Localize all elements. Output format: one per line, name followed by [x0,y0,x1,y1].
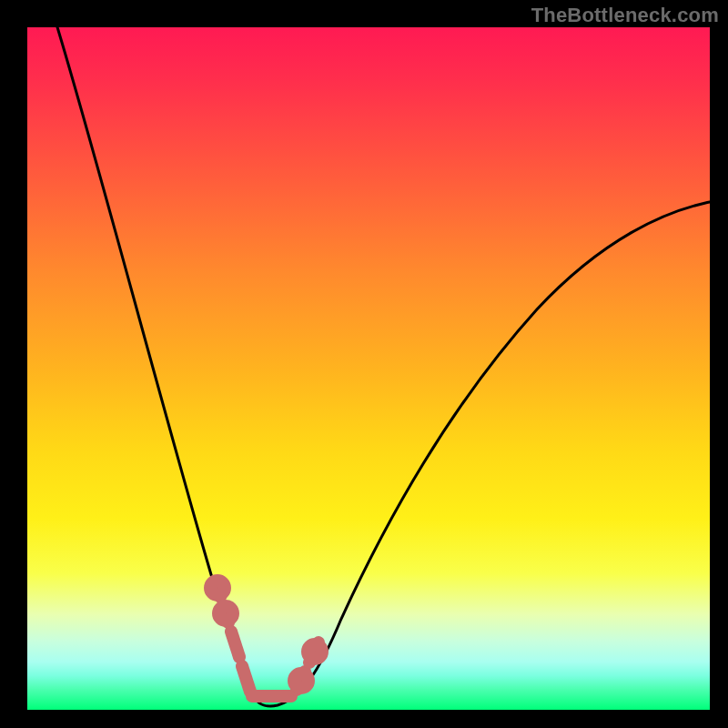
svg-point-10 [308,644,322,659]
highlighted-segment-group [210,581,322,696]
svg-line-2 [231,632,239,657]
bottleneck-curve [55,18,719,706]
svg-point-8 [218,606,233,621]
svg-point-9 [294,673,308,688]
svg-point-7 [210,581,225,595]
chart-frame: TheBottleneck.com [0,0,728,728]
plot-area [27,27,710,710]
watermark-text: TheBottleneck.com [531,4,719,27]
svg-line-3 [242,666,250,692]
curve-layer [27,27,710,710]
